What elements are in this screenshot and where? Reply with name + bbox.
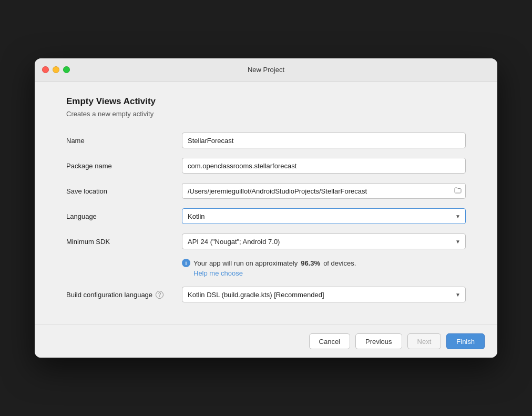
titlebar: New Project [35, 58, 497, 82]
minimize-button[interactable] [53, 66, 59, 73]
footer: Cancel Previous Next Finish [35, 324, 497, 358]
build-config-label-text: Build configuration language [66, 291, 152, 299]
page-title: Empty Views Activity [66, 96, 466, 107]
build-config-select-wrapper: Kotlin DSL (build.gradle.kts) [Recommend… [182, 287, 466, 302]
info-text-suffix: of devices. [323, 259, 356, 267]
package-row: Package name [66, 158, 466, 174]
build-config-label: Build configuration language ? [66, 291, 182, 299]
help-me-choose-link[interactable]: Help me choose [193, 269, 466, 277]
folder-icon[interactable] [454, 187, 462, 195]
cancel-button[interactable]: Cancel [309, 333, 350, 349]
next-button: Next [407, 333, 442, 349]
name-label: Name [66, 137, 182, 145]
new-project-window: New Project Empty Views Activity Creates… [35, 58, 497, 358]
language-select-wrapper: Kotlin Java ▼ [182, 208, 466, 224]
language-label: Language [66, 212, 182, 220]
language-select[interactable]: Kotlin Java [182, 208, 466, 224]
maximize-button[interactable] [63, 66, 70, 73]
content-area: Empty Views Activity Creates a new empty… [35, 82, 497, 324]
min-sdk-row: Minimum SDK API 24 ("Nougat"; Android 7.… [66, 234, 466, 249]
build-config-select[interactable]: Kotlin DSL (build.gradle.kts) [Recommend… [182, 287, 466, 302]
traffic-lights [42, 66, 70, 73]
info-text: i Your app will run on approximately 96.… [182, 259, 466, 267]
build-config-help-icon[interactable]: ? [156, 291, 163, 299]
min-sdk-label: Minimum SDK [66, 238, 182, 246]
min-sdk-select-wrapper: API 24 ("Nougat"; Android 7.0) API 21 ("… [182, 234, 466, 249]
save-location-field [182, 183, 466, 199]
form-area: Name Package name Save location [66, 133, 466, 312]
min-sdk-select[interactable]: API 24 ("Nougat"; Android 7.0) API 21 ("… [182, 234, 466, 249]
info-text-prefix: Your app will run on approximately [193, 259, 298, 267]
package-input[interactable] [182, 158, 466, 174]
save-location-input[interactable] [182, 183, 466, 199]
build-config-label-group: Build configuration language ? [66, 291, 182, 299]
package-label: Package name [66, 162, 182, 170]
build-config-row: Build configuration language ? Kotlin DS… [66, 287, 466, 302]
previous-button[interactable]: Previous [355, 333, 402, 349]
window-title: New Project [248, 66, 284, 74]
info-row: i Your app will run on approximately 96.… [182, 259, 466, 277]
info-percentage: 96.3% [301, 259, 320, 267]
name-input[interactable] [182, 133, 466, 148]
close-button[interactable] [42, 66, 49, 73]
save-location-label: Save location [66, 187, 182, 195]
page-subtitle: Creates a new empty activity [66, 110, 466, 118]
save-location-row: Save location [66, 183, 466, 199]
name-row: Name [66, 133, 466, 148]
finish-button[interactable]: Finish [446, 333, 485, 349]
info-icon: i [182, 259, 190, 267]
language-row: Language Kotlin Java ▼ [66, 208, 466, 224]
